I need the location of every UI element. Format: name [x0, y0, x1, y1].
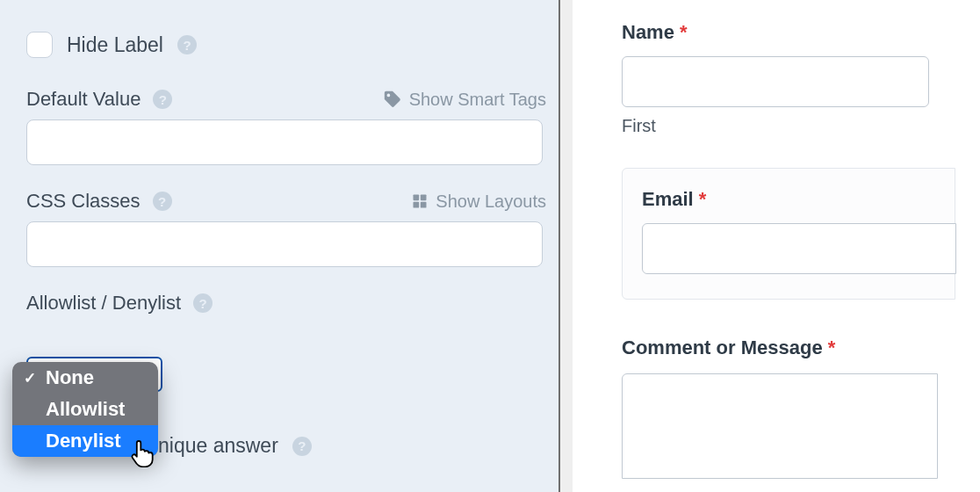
css-classes-label: CSS Classes: [26, 190, 141, 213]
dropdown-option-label: Allowlist: [46, 398, 125, 421]
grid-icon: [411, 192, 429, 210]
default-value-label: Default Value: [26, 88, 141, 111]
comment-field-block: Comment or Message *: [622, 336, 980, 479]
hide-label-checkbox[interactable]: [26, 32, 53, 58]
hide-label-text: Hide Label: [67, 33, 163, 57]
default-value-input[interactable]: [26, 119, 543, 165]
name-field-block: Name * First: [622, 21, 980, 136]
dropdown-option-label: Denylist: [46, 430, 121, 452]
required-star-icon: *: [828, 336, 836, 359]
unique-answer-row: nique answer ?: [158, 434, 312, 458]
show-layouts-link[interactable]: Show Layouts: [411, 192, 546, 212]
dropdown-option-allowlist[interactable]: Allowlist: [12, 394, 158, 425]
email-input[interactable]: [642, 223, 956, 274]
required-star-icon: *: [680, 21, 688, 44]
svg-rect-1: [421, 195, 427, 201]
css-classes-input[interactable]: [26, 221, 543, 267]
help-icon[interactable]: ?: [193, 293, 213, 313]
svg-rect-3: [421, 202, 427, 208]
help-icon[interactable]: ?: [153, 192, 172, 211]
show-smart-tags-link[interactable]: Show Smart Tags: [383, 90, 546, 110]
svg-rect-0: [414, 195, 420, 201]
allowlist-denylist-row: Allowlist / Denylist ?: [26, 292, 546, 315]
email-field-label: Email: [642, 188, 694, 211]
help-icon[interactable]: ?: [153, 90, 172, 109]
panel-scrollbar[interactable]: [558, 0, 573, 492]
svg-rect-2: [414, 202, 420, 208]
tag-icon: [383, 90, 402, 109]
css-classes-row: CSS Classes ? Show Layouts: [26, 190, 546, 267]
allowlist-denylist-label: Allowlist / Denylist: [26, 292, 181, 315]
name-field-label: Name: [622, 21, 674, 44]
form-preview-panel: Name * First Email * Comment or Message …: [573, 0, 980, 492]
dropdown-option-denylist[interactable]: Denylist: [12, 425, 158, 457]
show-smart-tags-text: Show Smart Tags: [409, 90, 546, 110]
show-layouts-text: Show Layouts: [436, 192, 546, 212]
check-icon: ✓: [23, 371, 37, 386]
default-value-row: Default Value ? Show Smart Tags: [26, 88, 546, 165]
hide-label-row: Hide Label ?: [26, 32, 546, 58]
comment-textarea[interactable]: [622, 373, 938, 479]
email-field-block[interactable]: Email *: [622, 168, 955, 300]
dropdown-option-label: None: [46, 366, 94, 389]
unique-answer-label-fragment: nique answer: [158, 434, 278, 458]
help-icon[interactable]: ?: [177, 35, 197, 54]
name-first-input[interactable]: [622, 56, 929, 107]
name-first-sublabel: First: [622, 116, 980, 136]
dropdown-option-none[interactable]: ✓ None: [12, 362, 158, 394]
field-settings-panel: Hide Label ? Default Value ? Show Smart …: [0, 0, 573, 492]
comment-field-label: Comment or Message: [622, 336, 823, 359]
required-star-icon: *: [699, 188, 707, 211]
allowlist-denylist-dropdown[interactable]: ✓ None Allowlist Denylist: [12, 362, 158, 457]
help-icon[interactable]: ?: [292, 437, 312, 456]
